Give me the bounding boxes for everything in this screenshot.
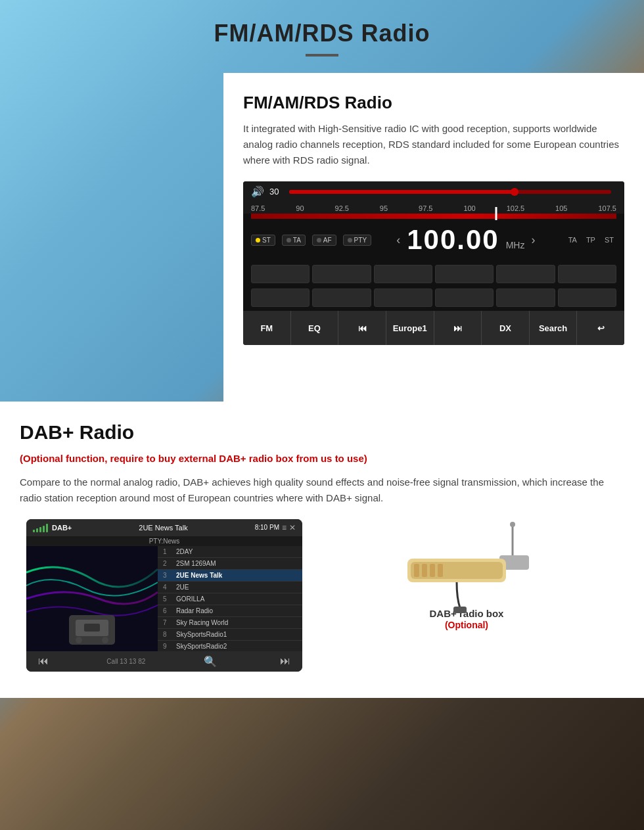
freq-label-975: 97.5 [419, 204, 432, 212]
toolbar-europe1-btn[interactable]: Europe1 [386, 311, 434, 345]
volume-slider-track[interactable] [289, 190, 611, 194]
tuning-bar[interactable] [251, 214, 616, 219]
svg-point-3 [76, 637, 82, 643]
dab-channel-9[interactable]: 9 SkySportsRadio2 [158, 641, 302, 651]
dab-box-svg [401, 519, 545, 618]
st-button[interactable]: ST [251, 235, 275, 246]
menu-icon: ≡ [282, 523, 287, 532]
freq-label-95: 95 [380, 204, 388, 212]
dab-station-name: 2UE News Talk [139, 524, 187, 532]
left-background-space [0, 73, 223, 402]
preset-9[interactable] [374, 288, 432, 307]
dab-section-title: DAB+ Radio [20, 421, 624, 444]
dab-channel-list: 1 2DAY 2 2SM 1269AM 3 2UE News Talk 4 [158, 546, 302, 651]
dab-channel-3[interactable]: 3 2UE News Talk [158, 570, 302, 582]
tuning-bar-fill [251, 214, 616, 219]
freq-label-1025: 102.5 [507, 204, 525, 212]
dab-channel-8[interactable]: 8 SkySportsRadio1 [158, 629, 302, 641]
toolbar-back-btn[interactable]: ↩ [577, 311, 624, 345]
svg-point-4 [102, 637, 108, 643]
pty-button[interactable]: PTY [343, 235, 371, 246]
preset-3[interactable] [374, 265, 432, 283]
ta-button[interactable]: TA [282, 235, 306, 246]
dab-footer-text: Call 13 13 82 [106, 658, 145, 665]
dab-channel-7[interactable]: 7 Sky Racing World [158, 617, 302, 629]
af-button[interactable]: AF [312, 235, 336, 246]
preset-1[interactable] [251, 265, 310, 283]
preset-12[interactable] [558, 288, 616, 307]
fm-section-description: It integrated with High-Sensitive radio … [243, 121, 624, 168]
dab-viz-svg [26, 546, 158, 651]
volume-icon-area: 🔊 30 [251, 185, 279, 198]
preset-8[interactable] [312, 288, 371, 307]
dab-bottom: DAB+ 2UE News Talk 8:10 PM ≡ ✕ PTY:News [20, 519, 624, 685]
freq-label-875: 87.5 [251, 204, 265, 212]
volume-bar: 🔊 30 [243, 181, 624, 202]
svg-rect-13 [430, 564, 435, 577]
page-title: FM/AM/RDS Radio [13, 20, 631, 47]
dab-header-bar: DAB+ 2UE News Talk 8:10 PM ≡ ✕ [26, 519, 302, 536]
preset-11[interactable] [496, 288, 555, 307]
freq-label-1075: 107.5 [598, 204, 616, 212]
title-divider [306, 54, 338, 57]
svg-rect-12 [422, 564, 427, 577]
dab-channel-6[interactable]: 6 Radar Radio [158, 605, 302, 617]
volume-number: 30 [269, 187, 279, 196]
toolbar-next-btn[interactable]: ⏭ [434, 311, 482, 345]
dab-box-optional: (Optional) [445, 620, 488, 630]
dab-section: DAB+ Radio (Optional function, require t… [0, 402, 644, 698]
freq-label-105: 105 [555, 204, 567, 212]
dab-optional-note: (Optional function, require to buy exter… [20, 451, 624, 467]
toolbar-eq-btn[interactable]: EQ [291, 311, 339, 345]
preset-4[interactable] [435, 265, 494, 283]
dab-visualization [26, 546, 158, 651]
toolbar-dx-btn[interactable]: DX [482, 311, 530, 345]
dab-box-area: DAB+ radio box (Optional) [315, 519, 618, 630]
dab-channel-4[interactable]: 4 2UE [158, 582, 302, 593]
freq-number: 100.00 [407, 224, 499, 256]
dab-channel-2[interactable]: 2 2SM 1269AM [158, 558, 302, 570]
preset-2[interactable] [312, 265, 371, 283]
dab-time: 8:10 PM [255, 524, 279, 531]
volume-slider-thumb [511, 188, 518, 196]
freq-unit: MHz [506, 240, 525, 250]
dab-search-btn[interactable]: 🔍 [198, 654, 222, 669]
preset-5[interactable] [496, 265, 555, 283]
freq-label-90: 90 [296, 204, 304, 212]
svg-point-7 [510, 522, 515, 527]
dab-prev-btn[interactable]: ⏮ [33, 654, 54, 668]
toolbar-prev-btn[interactable]: ⏮ [338, 311, 386, 345]
st-label: ST [602, 235, 616, 245]
signal-bar-4 [43, 526, 45, 532]
signal-bars [33, 523, 48, 532]
svg-rect-15 [453, 607, 467, 613]
volume-slider-fill [289, 190, 515, 194]
toolbar-fm-btn[interactable]: FM [243, 311, 291, 345]
preset-grid-2 [243, 287, 624, 311]
svg-rect-5 [84, 624, 100, 632]
dab-header-right: 8:10 PM ≡ ✕ [255, 523, 296, 532]
signal-bar-2 [36, 528, 38, 532]
radio-ui: 🔊 30 87.5 90 92.5 95 97.5 100 [243, 181, 624, 345]
radio-toolbar: FM EQ ⏮ Europe1 ⏭ DX Search ↩ [243, 311, 624, 345]
signal-bar-1 [33, 530, 35, 532]
freq-next-arrow[interactable]: › [531, 233, 535, 247]
preset-6[interactable] [558, 265, 616, 283]
tuning-cursor [495, 207, 497, 220]
preset-7[interactable] [251, 288, 310, 307]
dab-screenshot: DAB+ 2UE News Talk 8:10 PM ≡ ✕ PTY:News [26, 519, 302, 672]
dab-channel-5[interactable]: 5 GORILLA [158, 593, 302, 605]
dab-header-left: DAB+ [33, 523, 72, 532]
dab-channel-1[interactable]: 1 2DAY [158, 546, 302, 558]
dab-next-btn[interactable]: ⏭ [275, 654, 296, 668]
svg-rect-14 [438, 564, 443, 577]
freq-scale: 87.5 90 92.5 95 97.5 100 102.5 105 107.5 [243, 202, 624, 214]
preset-10[interactable] [435, 288, 494, 307]
freq-prev-arrow[interactable]: ‹ [396, 233, 400, 247]
af-dot [317, 238, 321, 242]
toolbar-search-btn[interactable]: Search [530, 311, 578, 345]
page-header: FM/AM/RDS Radio [0, 0, 644, 66]
dab-box-image [401, 519, 532, 598]
ta-dot [287, 238, 291, 242]
st-dot [256, 238, 260, 242]
